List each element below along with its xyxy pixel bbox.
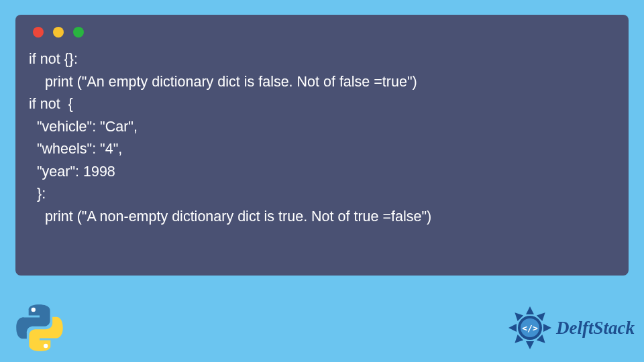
- code-line: }:: [29, 186, 46, 202]
- svg-marker-6: [526, 341, 534, 349]
- python-logo-icon: [13, 302, 66, 354]
- delftstack-emblem-icon: </>: [506, 304, 553, 351]
- close-dot-icon: [33, 27, 44, 38]
- maximize-dot-icon: [73, 27, 84, 38]
- code-line: if not {}:: [29, 51, 78, 67]
- svg-marker-2: [526, 306, 534, 314]
- svg-marker-4: [543, 324, 551, 332]
- code-line: if not {: [29, 96, 73, 112]
- code-line: print ("An empty dictionary dict is fals…: [29, 74, 417, 90]
- code-line: print ("A non-empty dictionary dict is t…: [29, 208, 431, 225]
- code-block: if not {}: print ("An empty dictionary d…: [29, 48, 615, 228]
- minimize-dot-icon: [53, 27, 64, 38]
- delftstack-logo: </> DelftStack: [506, 304, 635, 351]
- window-controls: [33, 27, 615, 38]
- code-line: "year": 1998: [29, 164, 115, 180]
- svg-text:</>: </>: [522, 323, 538, 333]
- svg-marker-8: [508, 324, 517, 332]
- svg-point-0: [32, 308, 36, 312]
- svg-point-1: [44, 344, 48, 348]
- code-line: "wheels": "4",: [29, 141, 122, 157]
- code-line: "vehicle": "Car",: [29, 119, 138, 135]
- code-window: if not {}: print ("An empty dictionary d…: [15, 15, 629, 276]
- delftstack-name: DelftStack: [556, 318, 635, 339]
